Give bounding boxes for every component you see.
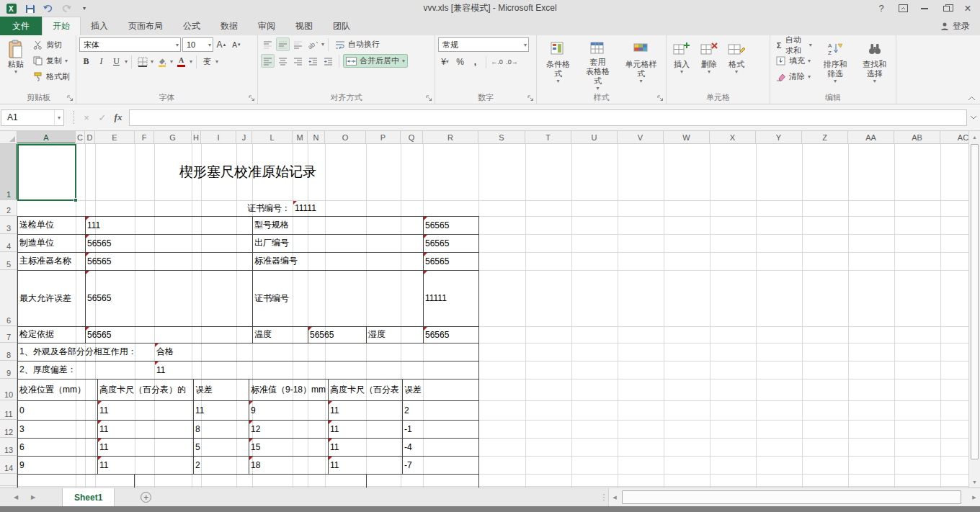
format-painter-button[interactable]: 格式刷 bbox=[30, 70, 72, 84]
row-header-10[interactable]: 10 bbox=[0, 379, 17, 400]
column-header-X[interactable]: X bbox=[710, 131, 756, 144]
cell[interactable]: 误差 bbox=[193, 379, 249, 400]
undo-button[interactable] bbox=[42, 2, 55, 15]
bold-button[interactable]: B bbox=[79, 55, 93, 68]
cell[interactable]: 合格 bbox=[154, 343, 241, 361]
row-header-12[interactable]: 12 bbox=[0, 420, 17, 438]
scroll-up-arrow[interactable]: ▲ bbox=[969, 131, 980, 143]
vertical-scroll-thumb[interactable] bbox=[971, 144, 979, 459]
scroll-left-arrow[interactable]: ◀ bbox=[609, 488, 620, 506]
cell[interactable]: 56565 bbox=[85, 326, 252, 343]
align-middle-button[interactable] bbox=[276, 37, 290, 51]
ribbon-tab-page-layout[interactable]: 页面布局 bbox=[118, 17, 173, 35]
cell[interactable]: 56565 bbox=[423, 252, 478, 270]
cell[interactable]: 出厂编号 bbox=[252, 234, 423, 252]
column-header-R[interactable]: R bbox=[423, 131, 478, 144]
underline-dropdown-arrow[interactable]: ▾ bbox=[125, 59, 128, 64]
cell[interactable]: 误差 bbox=[402, 379, 478, 400]
ribbon-tab-data[interactable]: 数据 bbox=[210, 17, 248, 35]
autosum-button[interactable]: Σ 自动求和 ▾ bbox=[773, 38, 814, 52]
column-header-N[interactable]: N bbox=[308, 131, 325, 144]
column-header-W[interactable]: W bbox=[664, 131, 710, 144]
row-header-3[interactable]: 3 bbox=[0, 216, 17, 234]
cell[interactable]: 主标准器名称 bbox=[17, 252, 85, 270]
cell[interactable]: 18 bbox=[249, 456, 328, 474]
font-size-select[interactable]: 10▾ bbox=[182, 37, 213, 52]
fill-color-dropdown-arrow[interactable]: ▾ bbox=[170, 59, 173, 64]
decrease-font-size-button[interactable]: A▼ bbox=[230, 38, 244, 52]
insert-cells-button[interactable]: 插入 ▾ bbox=[669, 37, 694, 92]
italic-button[interactable]: I bbox=[94, 55, 108, 68]
cell[interactable]: 3 bbox=[17, 420, 97, 438]
cell[interactable]: 1、外观及各部分分相互作用： bbox=[17, 343, 154, 361]
insert-function-button[interactable]: fx bbox=[110, 109, 126, 125]
redo-button[interactable] bbox=[60, 2, 73, 15]
fill-color-button[interactable] bbox=[155, 55, 169, 68]
expand-formula-bar-button[interactable] bbox=[967, 115, 980, 120]
cell[interactable]: 高度卡尺（百分表）的 bbox=[97, 379, 193, 400]
cell[interactable]: 8 bbox=[193, 420, 249, 438]
decrease-decimal-button[interactable]: .0→ bbox=[505, 55, 519, 68]
merge-center-button[interactable]: 合并后居中 ▾ bbox=[343, 54, 408, 68]
scroll-right-arrow[interactable]: ▶ bbox=[968, 488, 980, 506]
cell[interactable]: 2 bbox=[402, 400, 478, 420]
cancel-entry-button[interactable]: × bbox=[79, 109, 94, 125]
cell[interactable]: 11 bbox=[328, 400, 402, 420]
cell[interactable]: 11 bbox=[193, 400, 249, 420]
cell-styles-button[interactable]: 单元格样式 ▾ bbox=[619, 37, 663, 92]
cell[interactable]: 11 bbox=[97, 420, 193, 438]
paste-button[interactable]: 粘贴 ▾ bbox=[4, 37, 27, 92]
cell[interactable]: 2 bbox=[193, 456, 249, 474]
number-format-select[interactable]: 常规▾ bbox=[438, 37, 529, 52]
formula-bar-splitter[interactable] bbox=[64, 111, 74, 124]
cell[interactable]: 标准值（9-18）mm bbox=[249, 379, 328, 400]
cell[interactable]: 送检单位 bbox=[17, 216, 85, 234]
row-header-8[interactable]: 8 bbox=[0, 343, 17, 361]
column-header-S[interactable]: S bbox=[478, 131, 525, 144]
column-header-E[interactable]: E bbox=[95, 131, 135, 144]
name-box-dropdown-arrow[interactable]: ▾ bbox=[54, 110, 63, 125]
cell[interactable]: 9 bbox=[249, 400, 328, 420]
column-header-AA[interactable]: AA bbox=[848, 131, 894, 144]
cell[interactable]: 11 bbox=[154, 361, 241, 379]
align-bottom-button[interactable] bbox=[291, 37, 305, 51]
collapse-ribbon-button[interactable] bbox=[968, 96, 976, 101]
cell[interactable]: 56565 bbox=[423, 234, 478, 252]
alignment-dialog-launcher[interactable] bbox=[425, 94, 433, 102]
sheet-cells[interactable]: 楔形塞尺校准原始记录证书编号：11111送检单位111型号规格56565制造单位… bbox=[17, 144, 968, 488]
find-select-button[interactable]: 查找和选择 ▾ bbox=[856, 37, 893, 92]
cell[interactable]: 11 bbox=[97, 400, 193, 420]
wrap-text-button[interactable]: 自动换行 bbox=[332, 37, 382, 51]
styles-dialog-launcher[interactable] bbox=[656, 94, 664, 102]
sheet-nav-prev-button[interactable]: ◀ bbox=[7, 488, 24, 506]
cut-button[interactable]: 剪切 bbox=[30, 38, 72, 52]
cell[interactable]: 11111 bbox=[293, 200, 350, 216]
phonetic-guide-button[interactable]: 变 bbox=[200, 55, 214, 68]
column-header-I[interactable]: I bbox=[201, 131, 236, 144]
row-header-11[interactable]: 11 bbox=[0, 400, 17, 420]
horizontal-scrollbar[interactable]: ◀ ▶ bbox=[608, 488, 980, 506]
row-header-1[interactable]: 1 bbox=[0, 144, 17, 200]
column-header-J[interactable]: J bbox=[236, 131, 252, 144]
column-header-AC[interactable]: AC bbox=[940, 131, 968, 144]
cell[interactable]: 证书编号 bbox=[252, 270, 423, 326]
clipboard-dialog-launcher[interactable] bbox=[66, 94, 74, 102]
confirm-entry-button[interactable]: ✓ bbox=[94, 109, 110, 125]
cell[interactable]: 11111 bbox=[423, 270, 478, 326]
increase-indent-button[interactable] bbox=[321, 54, 335, 68]
sheet-nav-next-button[interactable]: ▶ bbox=[24, 488, 42, 506]
cell[interactable]: 最大允许误差 bbox=[17, 270, 85, 326]
cell[interactable]: 56565 bbox=[308, 326, 366, 343]
increase-decimal-button[interactable]: ←.0 bbox=[490, 55, 504, 68]
ribbon-tab-team[interactable]: 团队 bbox=[323, 17, 360, 35]
cell[interactable]: 56565 bbox=[85, 270, 252, 326]
row-header-14[interactable]: 14 bbox=[0, 456, 17, 474]
cell[interactable]: 0 bbox=[17, 400, 97, 420]
cell[interactable]: 11 bbox=[328, 420, 402, 438]
accounting-format-button[interactable]: ¥▾ bbox=[438, 55, 452, 68]
column-header-AB[interactable]: AB bbox=[894, 131, 940, 144]
borders-button[interactable] bbox=[135, 55, 149, 68]
align-center-button[interactable] bbox=[276, 54, 290, 68]
cell[interactable]: -1 bbox=[402, 420, 478, 438]
sort-filter-button[interactable]: AZ 排序和筛选 ▾ bbox=[817, 37, 854, 92]
